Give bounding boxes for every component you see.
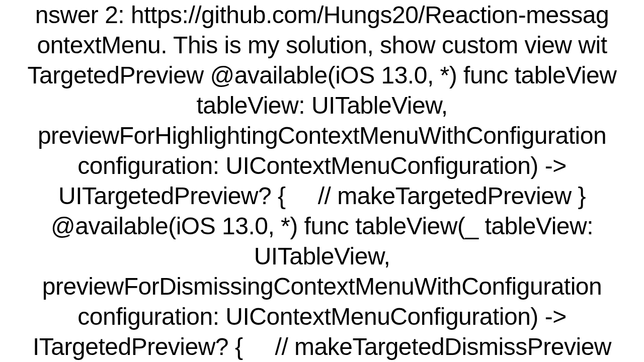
- document-text-block: nswer 2: https://github.com/Hungs20/Reac…: [0, 0, 644, 362]
